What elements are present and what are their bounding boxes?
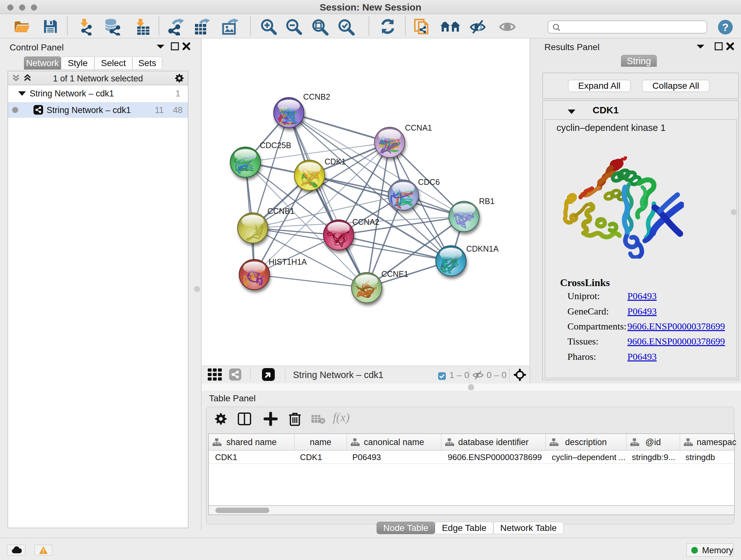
svg-text:RB1: RB1 [479,197,495,206]
svg-text:CCNB2: CCNB2 [303,92,330,101]
svg-text:CCNB1: CCNB1 [267,206,294,215]
svg-text:CCNA1: CCNA1 [405,123,432,132]
svg-text:CCNE1: CCNE1 [381,269,408,278]
svg-text:CDKN1A: CDKN1A [466,244,499,253]
svg-text:CCNA2: CCNA2 [352,217,380,226]
svg-text:CDC6: CDC6 [418,178,440,186]
svg-text:CDK1: CDK1 [325,157,346,166]
svg-text:CDC25B: CDC25B [260,141,291,150]
svg-text:HIST1H1A: HIST1H1A [269,257,307,266]
